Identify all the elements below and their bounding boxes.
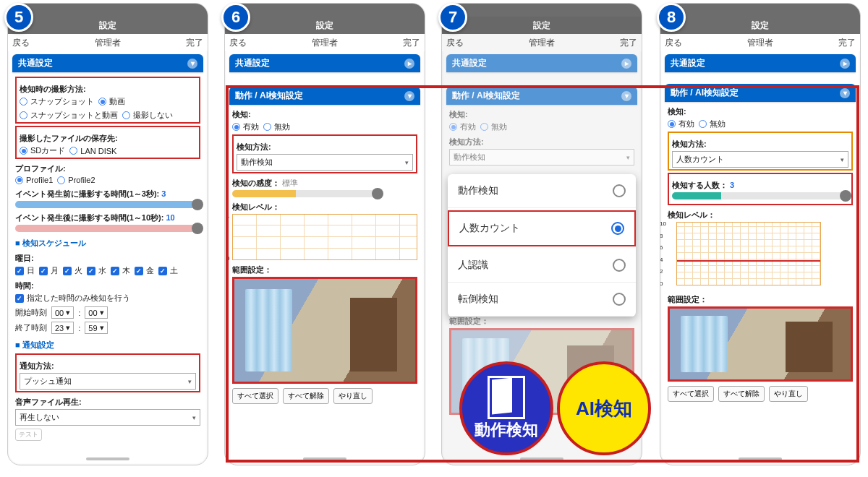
redo-button[interactable]: やり直し <box>333 388 373 404</box>
level-label: 検知レベル： <box>232 202 417 212</box>
status-bar <box>8 4 208 17</box>
notify-method-select[interactable]: プッシュ通知▾ <box>20 373 196 390</box>
phone-8: 設定 戻る 管理者 完了 共通設定▸ 動作 / AI検知設定▾ 検知: 有効 無… <box>660 3 861 465</box>
radio-profile2[interactable]: Profile2 <box>57 176 95 184</box>
post-time-label: イベント発生後に撮影する時間(1～10秒): 10 <box>15 212 200 223</box>
radio-snapshot[interactable]: スナップショット <box>20 96 94 107</box>
sound-select[interactable]: 再生しない▾ <box>15 409 200 426</box>
sens-slider[interactable] <box>232 190 380 197</box>
check-tue[interactable]: ✓火 <box>63 265 82 276</box>
nav-bar: 戻る 管理者 完了 <box>8 34 208 51</box>
method-label: 検知方法: <box>672 139 848 150</box>
section-common-collapsed[interactable]: 共通設定▸ <box>229 54 420 72</box>
highlight-method-orange: 検知方法: 人数カウント▾ <box>668 132 853 171</box>
check-wed[interactable]: ✓水 <box>87 265 106 276</box>
section-common[interactable]: 共通設定▾ <box>12 54 203 72</box>
section-common-collapsed[interactable]: 共通設定▸ <box>665 54 856 72</box>
end-hour-select[interactable]: 23▾ <box>51 322 74 334</box>
threshold-line <box>677 260 820 262</box>
motion-ai-content: 検知: 有効 無効 検知方法: 動作検知▾ 検知の感度： 標準 検知レベル： 1… <box>225 109 425 407</box>
motion-ai-content: 検知: 有効 無効 検知方法: 人数カウント▾ 検知する人数： 3 検知レベル：… <box>660 106 860 405</box>
save-dest-label: 撮影したファイルの保存先: <box>20 133 196 144</box>
sens-label: 検知の感度： 標準 <box>232 178 417 189</box>
highlight-save-dest: 撮影したファイルの保存先: SDカード LAN DISK <box>15 126 200 159</box>
start-hour-select[interactable]: 00▾ <box>51 306 74 319</box>
capture-method-label: 検知時の撮影方法: <box>20 84 196 95</box>
back-button[interactable]: 戻る <box>225 37 251 49</box>
level-chart-small <box>676 222 821 285</box>
radio-sd[interactable]: SDカード <box>20 145 65 156</box>
camera-preview[interactable] <box>668 306 853 382</box>
post-time-slider[interactable] <box>15 225 200 232</box>
radio-disabled[interactable]: 無効 <box>263 121 290 132</box>
level-axis-1: 1 <box>226 212 229 219</box>
common-settings-content: 検知時の撮影方法: スナップショット 動画 スナップショットと動画 撮影しない … <box>8 77 208 444</box>
back-button[interactable]: 戻る <box>660 37 686 49</box>
area-label: 範囲設定： <box>232 265 417 275</box>
method-select[interactable]: 動作検知▾ <box>237 154 413 171</box>
select-all-button[interactable]: すべて選択 <box>232 388 278 404</box>
radio-disabled[interactable]: 無効 <box>699 119 726 129</box>
schedule-heading: ■ 検知スケジュール <box>15 238 200 249</box>
check-fri[interactable]: ✓金 <box>135 265 154 276</box>
section-motion-ai[interactable]: 動作 / AI検知設定▾ <box>229 87 420 105</box>
test-button[interactable]: テスト <box>15 429 42 441</box>
end-min-select[interactable]: 59▾ <box>85 322 107 334</box>
check-thu[interactable]: ✓木 <box>111 265 130 276</box>
dow-label: 曜日: <box>15 253 200 264</box>
window-title: 設定 <box>225 17 425 34</box>
option-person[interactable]: 人認識 <box>448 249 636 283</box>
radio-profile1[interactable]: Profile1 <box>15 176 53 184</box>
done-button[interactable]: 完了 <box>399 37 425 49</box>
chevron-down-icon: ▾ <box>404 91 414 101</box>
level-chart <box>232 214 417 260</box>
option-motion[interactable]: 動作検知 <box>448 174 636 208</box>
clear-all-button[interactable]: すべて解除 <box>718 386 765 402</box>
count-slider[interactable] <box>672 192 848 199</box>
detect-label: 検知: <box>232 109 417 120</box>
count-label: 検知する人数： 3 <box>672 180 848 191</box>
radio-enabled[interactable]: 有効 <box>232 121 259 132</box>
camera-preview[interactable] <box>232 277 417 384</box>
highlight-capture-method: 検知時の撮影方法: スナップショット 動画 スナップショットと動画 撮影しない <box>15 77 200 124</box>
radio-none[interactable]: 撮影しない <box>122 110 173 121</box>
stamp-ai: AI検知 <box>557 361 651 455</box>
clear-all-button[interactable]: すべて解除 <box>283 388 329 404</box>
radio-lan[interactable]: LAN DISK <box>69 147 116 155</box>
nav-admin: 管理者 <box>34 37 182 49</box>
step-badge-8: 8 <box>657 3 686 32</box>
notify-heading: ■ 通知設定 <box>15 340 200 351</box>
check-mon[interactable]: ✓月 <box>39 265 59 276</box>
section-motion-ai[interactable]: 動作 / AI検知設定▾ <box>665 84 856 102</box>
highlight-method: 検知方法: 動作検知▾ <box>232 134 417 173</box>
status-bar <box>442 4 642 17</box>
select-all-button[interactable]: すべて選択 <box>668 386 714 402</box>
dow-row: ✓日 ✓月 ✓火 ✓水 ✓木 ✓金 ✓土 <box>15 265 200 276</box>
option-count[interactable]: 人数カウント <box>448 210 636 246</box>
chevron-down-icon: ▾ <box>840 88 850 98</box>
status-bar <box>225 4 425 17</box>
notify-method-label: 通知方法: <box>20 361 196 371</box>
gesture-bar <box>739 457 782 460</box>
done-button[interactable]: 完了 <box>182 37 208 49</box>
stamp-motion: 動作検知 <box>459 361 553 455</box>
redo-button[interactable]: やり直し <box>769 386 808 402</box>
phone-5: 設定 戻る 管理者 完了 共通設定▾ 検知時の撮影方法: スナップショット 動画… <box>7 3 208 465</box>
radio-snap-movie[interactable]: スナップショットと動画 <box>20 110 118 121</box>
profile-label: プロファイル: <box>15 163 200 174</box>
chevron-down-icon: ▾ <box>187 59 197 69</box>
radio-enabled[interactable]: 有効 <box>668 119 694 129</box>
done-button[interactable]: 完了 <box>834 37 860 49</box>
back-button[interactable]: 戻る <box>8 37 34 49</box>
check-time-restrict[interactable]: ✓指定した時間のみ検知を行う <box>15 293 130 304</box>
chevron-right-icon: ▸ <box>404 59 414 69</box>
phone-6: 設定 戻る 管理者 完了 共通設定▸ 動作 / AI検知設定▾ 検知: 有効 無… <box>224 3 425 465</box>
start-min-select[interactable]: 00▾ <box>85 306 107 319</box>
radio-movie[interactable]: 動画 <box>98 96 125 107</box>
method-select[interactable]: 人数カウント▾ <box>672 151 848 168</box>
check-sun[interactable]: ✓日 <box>15 265 35 276</box>
check-sat[interactable]: ✓土 <box>158 265 178 276</box>
highlight-notify-method: 通知方法: プッシュ通知▾ <box>15 353 200 392</box>
pre-time-slider[interactable] <box>15 201 200 208</box>
chevron-right-icon: ▸ <box>840 59 850 69</box>
